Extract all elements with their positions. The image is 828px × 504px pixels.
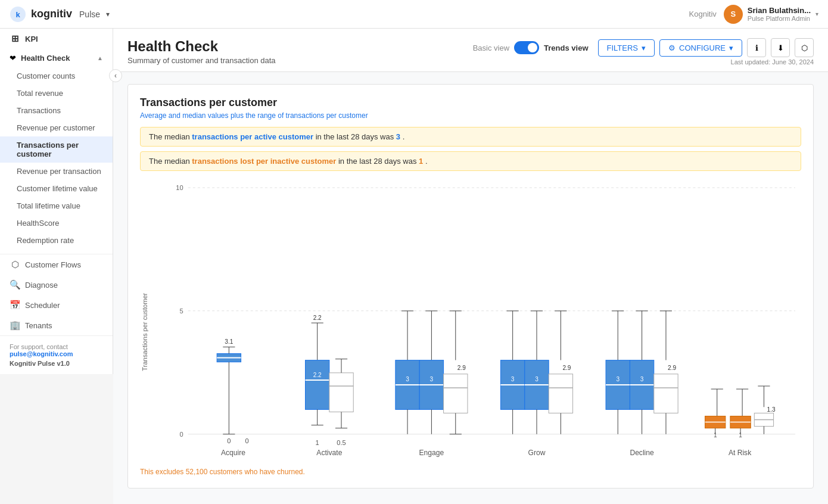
svg-text:Grow: Grow: [528, 449, 546, 457]
filters-chevron-icon: ▾: [642, 43, 646, 52]
svg-text:2.2: 2.2: [313, 315, 322, 321]
svg-text:0.5: 0.5: [337, 439, 345, 446]
y-axis-label: Transactions per customer: [141, 293, 148, 371]
header-right: Basic view Trends view FILTERS ▾ ⚙ CONFI…: [473, 38, 814, 66]
svg-text:3: 3: [511, 376, 515, 382]
sidebar-item-tenants[interactable]: 🏢 Tenants: [0, 315, 113, 335]
svg-text:At Risk: At Risk: [729, 449, 752, 457]
svg-text:2.9: 2.9: [668, 365, 676, 371]
customer-flows-icon: ⬡: [10, 259, 20, 270]
sidebar-subitem-transactions-per-customer[interactable]: Transactions per customer: [0, 136, 113, 163]
transactions-per-customer-section: Transactions per customer Average and me…: [127, 84, 814, 489]
info-box-active: The median transactions per active custo…: [140, 127, 801, 147]
kognitiv-logo-icon: k: [10, 6, 26, 23]
svg-text:1: 1: [316, 439, 319, 446]
kpi-icon: ⊞: [10, 33, 20, 44]
navbar: k kognitiv Pulse ▾ Kognitiv S Srian Bula…: [0, 0, 828, 29]
kognitiv-link[interactable]: Kognitiv: [689, 10, 717, 18]
sidebar-item-customer-flows[interactable]: ⬡ Customer Flows: [0, 254, 113, 275]
sidebar-subitem-total-lifetime-value[interactable]: Total lifetime value: [0, 197, 113, 214]
user-name: Srian Bulathsin...: [748, 6, 811, 15]
user-menu[interactable]: S Srian Bulathsin... Pulse Platform Admi…: [724, 5, 818, 24]
trends-view-label: Trends view: [544, 43, 588, 52]
svg-text:1: 1: [739, 432, 742, 438]
sidebar-item-scheduler[interactable]: 📅 Scheduler: [0, 295, 113, 315]
svg-text:Decline: Decline: [630, 449, 654, 457]
sidebar-subitem-customer-lifetime-value[interactable]: Customer lifetime value: [0, 180, 113, 197]
configure-chevron-icon: ▾: [729, 43, 733, 52]
sidebar-subitem-total-revenue[interactable]: Total revenue: [0, 85, 113, 102]
health-check-label: Health Check: [21, 54, 70, 63]
svg-text:3: 3: [616, 376, 620, 382]
avatar: S: [724, 5, 743, 24]
svg-text:3: 3: [535, 376, 538, 382]
diagnose-icon: 🔍: [10, 279, 20, 290]
svg-text:3: 3: [430, 376, 434, 382]
configure-label: CONFIGURE: [679, 43, 726, 52]
sidebar-collapse-button[interactable]: ‹: [109, 69, 122, 82]
customer-flows-label: Customer Flows: [25, 260, 81, 269]
svg-text:1.3: 1.3: [767, 406, 776, 413]
svg-text:Activate: Activate: [316, 449, 342, 457]
sidebar-subitem-customer-counts[interactable]: Customer counts: [0, 67, 113, 85]
scheduler-icon: 📅: [10, 300, 20, 310]
share-button[interactable]: ⬡: [795, 38, 814, 57]
svg-text:3: 3: [640, 376, 644, 382]
configure-button[interactable]: ⚙ CONFIGURE ▾: [659, 39, 742, 57]
sidebar-subitem-transactions[interactable]: Transactions: [0, 102, 113, 119]
health-check-chevron: ▲: [97, 55, 103, 61]
tenants-icon: 🏢: [10, 320, 20, 331]
page-title: Health Check: [127, 38, 276, 55]
sidebar-footer: For support, contact pulse@kognitiv.com …: [0, 335, 113, 374]
info1-mid: in the last 28 days was: [316, 132, 396, 141]
logo: k kognitiv Pulse ▾: [10, 6, 110, 23]
info1-link[interactable]: transactions per active customer: [192, 132, 313, 141]
share-icon: ⬡: [801, 43, 808, 52]
svg-rect-89: [654, 374, 678, 413]
info2-suffix: .: [425, 157, 428, 166]
svg-text:2.9: 2.9: [457, 365, 466, 371]
info-box-inactive: The median transactions lost per inactiv…: [140, 151, 801, 171]
kpi-label: KPI: [25, 35, 38, 43]
info2-link[interactable]: transactions lost per inactive customer: [192, 157, 336, 166]
sidebar-subitem-redemption-rate[interactable]: Redemption rate: [0, 232, 113, 249]
content-header: Health Check Summary of customer and tra…: [113, 29, 828, 72]
info1-suffix: .: [403, 132, 405, 141]
sidebar-subitem-revenue-per-transaction[interactable]: Revenue per transaction: [0, 163, 113, 180]
filters-label: FILTERS: [607, 43, 639, 52]
sidebar-subitem-revenue-per-customer[interactable]: Revenue per customer: [0, 119, 113, 136]
svg-text:Engage: Engage: [419, 449, 444, 457]
box-plot-chart: Transactions per customer 0 5 10: [140, 177, 801, 463]
sidebar-health-check-header[interactable]: ❤ Health Check ▲: [0, 49, 113, 67]
footer-note: This excludes 52,100 customers who have …: [140, 468, 801, 476]
svg-rect-21: [306, 360, 329, 410]
sidebar-container: ⊞ KPI ❤ Health Check ▲ Customer counts T…: [0, 29, 113, 504]
svg-text:0: 0: [245, 437, 249, 444]
view-toggle-switch[interactable]: [514, 41, 539, 54]
basic-view-label: Basic view: [473, 43, 509, 52]
support-email[interactable]: pulse@kognitiv.com: [10, 350, 103, 357]
svg-text:10: 10: [176, 184, 183, 191]
sidebar-item-kpi[interactable]: ⊞ KPI: [0, 29, 113, 49]
info-icon: ℹ: [755, 43, 758, 52]
download-button[interactable]: ⬇: [771, 38, 790, 57]
tenants-label: Tenants: [25, 321, 52, 330]
info1-prefix: The median: [149, 132, 192, 141]
content-area: Health Check Summary of customer and tra…: [113, 29, 828, 504]
main-layout: ⊞ KPI ❤ Health Check ▲ Customer counts T…: [0, 29, 828, 504]
info2-mid: in the last 28 days was: [338, 157, 419, 166]
svg-text:2.9: 2.9: [562, 365, 571, 371]
sidebar-subitem-healthscore[interactable]: HealthScore: [0, 214, 113, 232]
info-button[interactable]: ℹ: [747, 38, 766, 57]
svg-text:0: 0: [179, 431, 183, 438]
filters-button[interactable]: FILTERS ▾: [598, 39, 655, 57]
info1-num: 3: [396, 132, 400, 141]
svg-rect-50: [444, 374, 468, 413]
sidebar-item-diagnose[interactable]: 🔍 Diagnose: [0, 275, 113, 295]
scheduler-label: Scheduler: [25, 301, 60, 310]
product-chevron[interactable]: ▾: [106, 10, 110, 18]
download-icon: ⬇: [777, 43, 784, 52]
section-title: Transactions per customer: [140, 97, 801, 109]
health-check-icon: ❤: [10, 54, 16, 63]
product-name: Pulse: [79, 10, 100, 19]
